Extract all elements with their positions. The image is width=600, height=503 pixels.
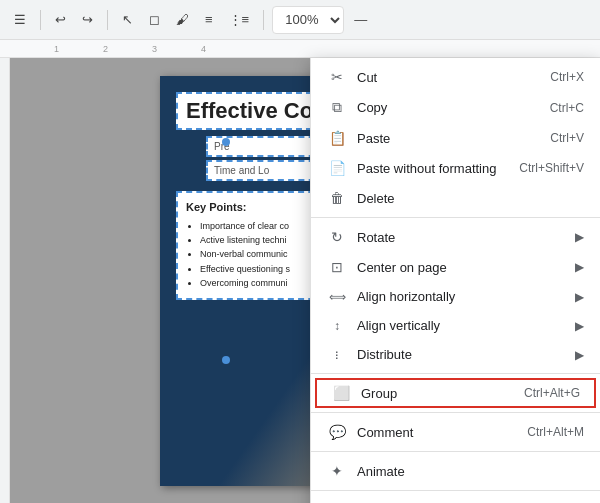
center-on-page-icon: ⊡ [327,259,347,275]
toolbar-separator-2 [107,10,108,30]
context-menu: ✂ Cut Ctrl+X ⧉ Copy Ctrl+C 📋 Paste Ctrl+… [310,58,600,503]
menu-item-distribute[interactable]: ⫶ Distribute ▶ [311,340,600,369]
menu-label-paste: Paste [357,131,530,146]
toolbar-cursor[interactable]: ↖ [116,6,139,34]
toolbar-minimize[interactable]: — [348,6,373,34]
menu-label-distribute: Distribute [357,347,565,362]
toolbar-shapes[interactable]: ◻ [143,6,166,34]
group-icon: ⬜ [331,385,351,401]
menu-item-cut[interactable]: ✂ Cut Ctrl+X [311,62,600,92]
menu-label-animate: Animate [357,464,584,479]
toolbar-menu[interactable]: ☰ [8,6,32,34]
menu-label-align-vertically: Align vertically [357,318,565,333]
menu-item-paste-no-format[interactable]: 📄 Paste without formatting Ctrl+Shift+V [311,153,600,183]
toolbar-paint[interactable]: 🖌 [170,6,195,34]
menu-item-align-horizontally[interactable]: ⟺ Align horizontally ▶ [311,282,600,311]
ruler-mark-4: 4 [201,44,206,54]
menu-shortcut-paste: Ctrl+V [550,131,584,145]
main-area: Effective Comm Pre Time and Lo Key Point… [0,58,600,503]
menu-label-cut: Cut [357,70,530,85]
menu-item-format-options[interactable]: ▦ Format options [311,495,600,503]
menu-label-copy: Copy [357,100,530,115]
menu-label-rotate: Rotate [357,230,565,245]
rotate-icon: ↻ [327,229,347,245]
distribute-icon: ⫶ [327,348,347,362]
menu-label-paste-no-format: Paste without formatting [357,161,499,176]
center-arrow-icon: ▶ [575,260,584,274]
menu-divider-2 [311,373,600,374]
menu-shortcut-cut: Ctrl+X [550,70,584,84]
menu-item-center-on-page[interactable]: ⊡ Center on page ▶ [311,252,600,282]
menu-shortcut-group: Ctrl+Alt+G [524,386,580,400]
menu-shortcut-comment: Ctrl+Alt+M [527,425,584,439]
align-horizontal-icon: ⟺ [327,290,347,304]
menu-divider-3 [311,412,600,413]
toolbar-separator-3 [263,10,264,30]
menu-label-align-horizontally: Align horizontally [357,289,565,304]
menu-label-delete: Delete [357,191,584,206]
ruler-mark-2: 2 [103,44,108,54]
paste-no-format-icon: 📄 [327,160,347,176]
ruler-mark-3: 3 [152,44,157,54]
comment-icon: 💬 [327,424,347,440]
menu-label-comment: Comment [357,425,507,440]
toolbar-separator-1 [40,10,41,30]
toolbar-undo[interactable]: ↩ [49,6,72,34]
ruler-mark-1: 1 [54,44,59,54]
align-v-arrow-icon: ▶ [575,319,584,333]
menu-item-comment[interactable]: 💬 Comment Ctrl+Alt+M [311,417,600,447]
animate-icon: ✦ [327,463,347,479]
align-h-arrow-icon: ▶ [575,290,584,304]
menu-shortcut-copy: Ctrl+C [550,101,584,115]
selection-handle-bl [222,356,230,364]
menu-divider-1 [311,217,600,218]
rotate-arrow-icon: ▶ [575,230,584,244]
toolbar-redo[interactable]: ↪ [76,6,99,34]
menu-item-paste[interactable]: 📋 Paste Ctrl+V [311,123,600,153]
paste-icon: 📋 [327,130,347,146]
menu-item-align-vertically[interactable]: ↕ Align vertically ▶ [311,311,600,340]
menu-item-group[interactable]: ⬜ Group Ctrl+Alt+G [315,378,596,408]
menu-label-group: Group [361,386,504,401]
toolbar-text-format-2[interactable]: ⋮≡ [223,6,256,34]
left-sidebar [0,58,10,503]
zoom-select[interactable]: 100% 75% 50% [272,6,344,34]
copy-icon: ⧉ [327,99,347,116]
menu-item-animate[interactable]: ✦ Animate [311,456,600,486]
menu-divider-5 [311,490,600,491]
menu-item-copy[interactable]: ⧉ Copy Ctrl+C [311,92,600,123]
menu-shortcut-paste-no-format: Ctrl+Shift+V [519,161,584,175]
menu-divider-4 [311,451,600,452]
ruler: 1 2 3 4 [0,40,600,58]
align-vertical-icon: ↕ [327,319,347,333]
menu-item-delete[interactable]: 🗑 Delete [311,183,600,213]
delete-icon: 🗑 [327,190,347,206]
distribute-arrow-icon: ▶ [575,348,584,362]
menu-label-center-on-page: Center on page [357,260,565,275]
selection-handle-tl [222,138,230,146]
cut-icon: ✂ [327,69,347,85]
toolbar-text-format[interactable]: ≡ [199,6,219,34]
toolbar: ☰ ↩ ↪ ↖ ◻ 🖌 ≡ ⋮≡ 100% 75% 50% — [0,0,600,40]
menu-item-rotate[interactable]: ↻ Rotate ▶ [311,222,600,252]
